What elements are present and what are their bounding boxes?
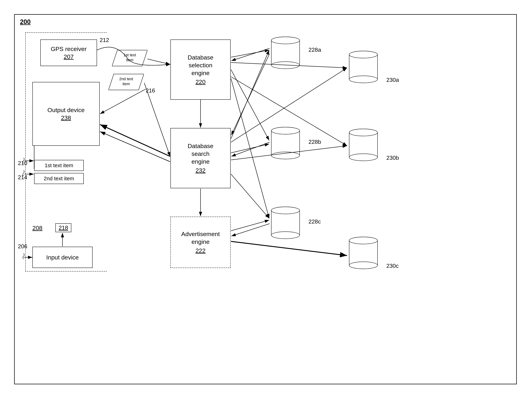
svg-point-11 <box>271 37 300 44</box>
svg-point-10 <box>271 62 300 69</box>
svg-line-54 <box>231 144 269 153</box>
svg-line-62 <box>100 124 170 156</box>
svg-line-64 <box>100 89 146 114</box>
parallelogram-1: 1st text item <box>112 49 147 68</box>
cylinder-230c <box>347 236 379 271</box>
ref-212: 212 <box>100 37 109 43</box>
svg-line-55 <box>231 50 269 139</box>
ref-214: 214 <box>18 174 27 181</box>
svg-line-45 <box>147 59 170 64</box>
output-device-box: Output device 238 <box>32 82 100 146</box>
gps-receiver-box: GPS receiver 207 <box>40 39 97 66</box>
svg-point-40 <box>349 262 378 269</box>
ref-206: 206 <box>18 243 27 250</box>
svg-line-50 <box>231 70 269 141</box>
svg-line-53 <box>231 48 270 61</box>
db-selection-ref: 220 <box>196 78 206 86</box>
ref-228b: 228b <box>309 139 321 145</box>
svg-text:1st text: 1st text <box>124 53 136 57</box>
diagram-container: 200 GPS receiver 207 Output device 238 1… <box>14 14 517 384</box>
cylinder-230a <box>347 50 379 85</box>
svg-point-35 <box>349 129 378 136</box>
svg-point-34 <box>349 154 378 161</box>
svg-line-70 <box>231 174 269 218</box>
ref-210: 210 <box>18 160 27 167</box>
svg-line-46 <box>144 83 170 156</box>
gps-ref: 207 <box>64 53 74 61</box>
box-218: 218 <box>55 223 71 232</box>
svg-point-23 <box>271 207 300 214</box>
svg-text:item: item <box>126 58 133 62</box>
db-search-box: Databasesearchengine 232 <box>171 128 231 188</box>
left-group-border <box>25 32 107 271</box>
svg-line-58 <box>231 142 270 156</box>
svg-point-29 <box>349 51 378 58</box>
output-label: Output device <box>47 106 85 114</box>
gps-label: GPS receiver <box>51 45 87 53</box>
svg-line-60 <box>231 224 270 236</box>
ad-engine-label: Advertisementengine <box>181 230 220 246</box>
input-item-2-box: 2nd text item <box>34 173 84 184</box>
svg-text:2nd text: 2nd text <box>119 77 133 81</box>
svg-point-17 <box>271 127 300 134</box>
svg-text:item: item <box>122 82 130 86</box>
ref-228c: 228c <box>309 218 321 225</box>
ref-216: 216 <box>146 87 155 94</box>
svg-point-16 <box>271 152 300 159</box>
svg-point-28 <box>349 76 378 83</box>
svg-point-41 <box>349 237 378 244</box>
svg-line-59 <box>231 220 269 231</box>
input-device-label: Input device <box>46 253 79 261</box>
ref-230b: 230b <box>386 154 399 161</box>
output-ref: 238 <box>61 114 71 122</box>
parallelogram-2: 2nd text item <box>108 73 144 91</box>
svg-line-49 <box>231 50 269 57</box>
input-device-box: Input device <box>32 247 93 268</box>
label-200: 200 <box>20 18 31 26</box>
db-search-label: Databasesearchengine <box>188 142 213 166</box>
db-search-ref: 232 <box>196 167 206 174</box>
db-selection-label: Databaseselectionengine <box>188 53 213 77</box>
cylinder-228c <box>270 206 301 241</box>
ref-230a: 230a <box>386 77 399 83</box>
svg-line-71 <box>231 54 270 135</box>
label-208: 208 <box>32 225 43 232</box>
input-items-area: 1st text item 2nd text item <box>34 160 84 186</box>
cylinder-228b <box>270 126 301 162</box>
db-selection-box: Databaseselectionengine 220 <box>171 39 231 100</box>
ad-engine-ref: 222 <box>196 247 206 254</box>
svg-point-22 <box>271 232 300 239</box>
ref-228a: 228a <box>309 47 321 53</box>
ref-230c: 230c <box>386 263 399 269</box>
cylinder-228a <box>270 36 301 71</box>
svg-line-61 <box>231 241 347 256</box>
svg-line-63 <box>100 132 170 162</box>
input-item-1-box: 1st text item <box>34 160 84 171</box>
ad-engine-box: Advertisementengine 222 <box>171 217 231 268</box>
cylinder-230b <box>347 128 379 163</box>
svg-line-51 <box>231 78 269 218</box>
